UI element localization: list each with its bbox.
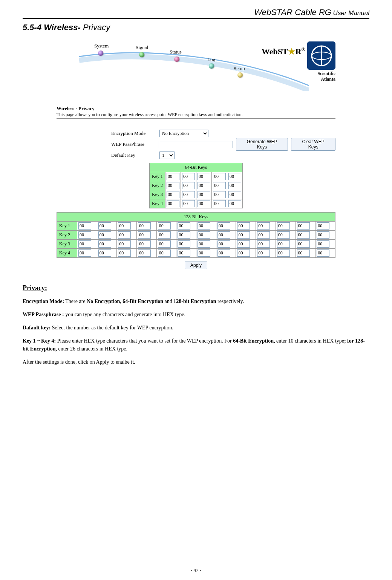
wep-key-input[interactable] xyxy=(198,173,210,180)
wep-key-input[interactable] xyxy=(213,200,226,207)
wep-key-input[interactable] xyxy=(228,182,241,189)
wep-key-input[interactable] xyxy=(297,240,310,248)
label-encryption-mode: Encryption Mode xyxy=(111,130,156,136)
wep-key-input[interactable] xyxy=(178,222,190,230)
row-label: Key 4 xyxy=(57,249,77,258)
clear-wep-button[interactable]: Clear WEP Keys xyxy=(291,138,335,151)
wep-key-input[interactable] xyxy=(228,173,241,180)
table128-title: 128-Bit Keys xyxy=(57,213,335,222)
wep-key-input[interactable] xyxy=(297,249,310,257)
nav-signal[interactable]: Signal xyxy=(136,44,148,51)
wep-key-input[interactable] xyxy=(182,182,195,189)
apply-button[interactable]: Apply xyxy=(185,262,207,269)
wep-key-input[interactable] xyxy=(237,231,250,239)
wep-key-input[interactable] xyxy=(182,191,195,198)
wep-key-input[interactable] xyxy=(182,200,195,207)
wep-key-input[interactable] xyxy=(78,240,91,248)
wep-key-input[interactable] xyxy=(317,231,329,239)
wep-key-input[interactable] xyxy=(237,222,250,230)
wep-key-input[interactable] xyxy=(158,249,171,257)
wep-key-input[interactable] xyxy=(217,249,230,257)
wep-key-input[interactable] xyxy=(118,249,131,257)
wep-key-input[interactable] xyxy=(78,222,91,230)
wep-key-input[interactable] xyxy=(178,240,190,248)
wep-key-input[interactable] xyxy=(98,249,111,257)
row-label: Key 3 xyxy=(150,190,165,199)
wep-key-input[interactable] xyxy=(118,222,131,230)
wep-key-input[interactable] xyxy=(217,222,230,230)
wep-key-input[interactable] xyxy=(138,240,151,248)
wep-key-input[interactable] xyxy=(277,231,290,239)
wep-key-input[interactable] xyxy=(198,191,210,198)
wep-key-input[interactable] xyxy=(138,222,151,230)
wep-key-input[interactable] xyxy=(78,231,91,239)
wep-key-input[interactable] xyxy=(213,191,226,198)
wep-key-input[interactable] xyxy=(167,182,179,189)
generate-wep-button[interactable]: Generate WEP Keys xyxy=(236,138,288,151)
wep-key-input[interactable] xyxy=(277,222,290,230)
wep-key-input[interactable] xyxy=(277,249,290,257)
wep-key-input[interactable] xyxy=(98,240,111,248)
desc-encryption-mode: Encryption Mode: There are No Encryption… xyxy=(23,297,369,305)
section-number: 5.5-4 Wireless- xyxy=(23,23,81,32)
wep-key-input[interactable] xyxy=(198,231,210,239)
wep-key-input[interactable] xyxy=(217,231,230,239)
wep-key-input[interactable] xyxy=(198,222,210,230)
table-row: Key 4 xyxy=(150,199,243,208)
wep-key-input[interactable] xyxy=(213,182,226,189)
wep-key-input[interactable] xyxy=(317,249,329,257)
wep-key-input[interactable] xyxy=(213,173,226,180)
wep-key-input[interactable] xyxy=(158,231,171,239)
wep-key-input[interactable] xyxy=(178,249,190,257)
wep-key-input[interactable] xyxy=(257,231,270,239)
nav-system[interactable]: System xyxy=(94,43,109,49)
wep-key-input[interactable] xyxy=(158,240,171,248)
wep-key-input[interactable] xyxy=(317,222,329,230)
passphrase-input[interactable] xyxy=(159,141,233,148)
wep-key-input[interactable] xyxy=(237,249,250,257)
dot-status-icon xyxy=(174,57,179,62)
wep-key-input[interactable] xyxy=(98,222,111,230)
doc-header-small: User Manual xyxy=(331,9,369,17)
wep-key-input[interactable] xyxy=(257,240,270,248)
table-row: Key 3 xyxy=(57,240,335,249)
wep-key-input[interactable] xyxy=(257,249,270,257)
wep-key-input[interactable] xyxy=(138,231,151,239)
description-block: Privacy: Encryption Mode: There are No E… xyxy=(23,284,369,366)
wep-key-input[interactable] xyxy=(158,222,171,230)
wep-key-input[interactable] xyxy=(297,231,310,239)
nav-log[interactable]: Log xyxy=(207,57,215,63)
wep-key-input[interactable] xyxy=(182,173,195,180)
desc-default-key: Dafault key: Select the number as the de… xyxy=(23,324,369,332)
wep-key-input[interactable] xyxy=(228,191,241,198)
default-key-select[interactable]: 1 xyxy=(159,152,175,159)
wep-key-input[interactable] xyxy=(228,200,241,207)
wep-key-input[interactable] xyxy=(198,182,210,189)
wep-key-input[interactable] xyxy=(138,249,151,257)
wep-key-input[interactable] xyxy=(237,240,250,248)
wep-key-input[interactable] xyxy=(118,231,131,239)
wep-key-input[interactable] xyxy=(257,222,270,230)
wep-key-input[interactable] xyxy=(167,200,179,207)
wep-key-input[interactable] xyxy=(198,240,210,248)
wep-key-input[interactable] xyxy=(198,249,210,257)
router-screenshot: System Signal Status Log Setup WebST★R® … xyxy=(57,41,335,269)
wep-key-input[interactable] xyxy=(317,240,329,248)
wep-key-input[interactable] xyxy=(178,231,190,239)
wep-key-input[interactable] xyxy=(167,191,179,198)
wep-key-input[interactable] xyxy=(198,200,210,207)
nav-setup[interactable]: Setup xyxy=(234,66,245,72)
wep-key-input[interactable] xyxy=(297,222,310,230)
wep-key-input[interactable] xyxy=(167,173,179,180)
brand-text: WebST★R® xyxy=(262,47,305,57)
dot-setup-icon xyxy=(237,72,243,78)
wep-key-input[interactable] xyxy=(217,240,230,248)
encryption-mode-select[interactable]: No Encryption xyxy=(159,130,208,137)
wep-key-input[interactable] xyxy=(277,240,290,248)
row-label: Key 2 xyxy=(57,231,77,240)
wep-key-input[interactable] xyxy=(118,240,131,248)
doc-header: WebSTAR Cable RG User Manual xyxy=(23,8,369,19)
wep-key-input[interactable] xyxy=(98,231,111,239)
nav-status[interactable]: Status xyxy=(170,49,182,55)
wep-key-input[interactable] xyxy=(78,249,91,257)
